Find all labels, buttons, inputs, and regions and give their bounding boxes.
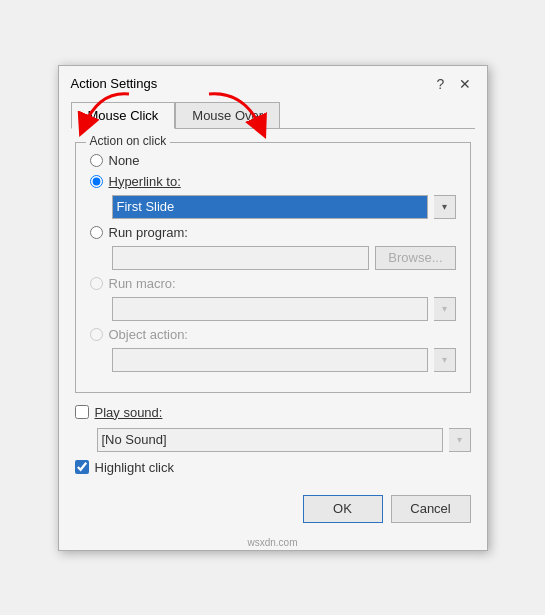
run-macro-dropdown-btn: ▾ xyxy=(434,297,456,321)
close-button[interactable]: ✕ xyxy=(455,74,475,94)
run-macro-radio-row: Run macro: xyxy=(90,276,456,291)
cancel-button[interactable]: Cancel xyxy=(391,495,471,523)
action-settings-dialog: Action Settings ? ✕ Mouse C xyxy=(58,65,488,551)
object-action-radio-row: Object action: xyxy=(90,327,456,342)
run-program-radio[interactable] xyxy=(90,226,103,239)
ok-button[interactable]: OK xyxy=(303,495,383,523)
run-program-input[interactable] xyxy=(112,246,370,270)
play-sound-checkbox[interactable] xyxy=(75,405,89,419)
hyperlink-dropdown-row: First Slide ▾ xyxy=(112,195,456,219)
run-program-label[interactable]: Run program: xyxy=(109,225,188,240)
hyperlink-radio[interactable] xyxy=(90,175,103,188)
run-macro-dropdown xyxy=(112,297,428,321)
browse-button[interactable]: Browse... xyxy=(375,246,455,270)
run-macro-radio[interactable] xyxy=(90,277,103,290)
highlight-click-row: Highlight click xyxy=(75,460,471,475)
tabs-row: Mouse Click Mouse Over xyxy=(59,94,487,129)
run-program-radio-row: Run program: xyxy=(90,225,456,240)
hyperlink-label[interactable]: Hyperlink to: xyxy=(109,174,181,189)
action-on-click-group: Action on click None Hyperlink to: First… xyxy=(75,142,471,393)
help-button[interactable]: ? xyxy=(431,74,451,94)
run-macro-label[interactable]: Run macro: xyxy=(109,276,176,291)
none-radio-row: None xyxy=(90,153,456,168)
play-sound-dropdown-row: [No Sound] ▾ xyxy=(97,428,471,452)
title-bar: Action Settings ? ✕ xyxy=(59,66,487,94)
object-action-dropdown xyxy=(112,348,428,372)
dialog-footer: OK Cancel xyxy=(59,487,487,537)
hyperlink-radio-row: Hyperlink to: xyxy=(90,174,456,189)
watermark: wsxdn.com xyxy=(59,537,487,550)
object-action-dropdown-row: ▾ xyxy=(112,348,456,372)
highlight-click-checkbox[interactable] xyxy=(75,460,89,474)
hyperlink-dropdown[interactable]: First Slide xyxy=(112,195,428,219)
none-label[interactable]: None xyxy=(109,153,140,168)
play-sound-label[interactable]: Play sound: xyxy=(95,405,163,420)
group-label: Action on click xyxy=(86,134,171,148)
object-action-dropdown-btn: ▾ xyxy=(434,348,456,372)
tab-mouse-click[interactable]: Mouse Click xyxy=(71,102,176,129)
play-sound-dropdown-btn: ▾ xyxy=(449,428,471,452)
run-macro-dropdown-row: ▾ xyxy=(112,297,456,321)
highlight-click-label[interactable]: Highlight click xyxy=(95,460,174,475)
none-radio[interactable] xyxy=(90,154,103,167)
dialog-title: Action Settings xyxy=(71,76,158,91)
dialog-content: Action on click None Hyperlink to: First… xyxy=(59,130,487,487)
hyperlink-dropdown-btn[interactable]: ▾ xyxy=(434,195,456,219)
object-action-label[interactable]: Object action: xyxy=(109,327,189,342)
tab-mouse-over[interactable]: Mouse Over xyxy=(175,102,280,129)
object-action-radio[interactable] xyxy=(90,328,103,341)
run-program-input-row: Browse... xyxy=(112,246,456,270)
play-sound-row: Play sound: xyxy=(75,405,471,420)
play-sound-dropdown: [No Sound] xyxy=(97,428,443,452)
